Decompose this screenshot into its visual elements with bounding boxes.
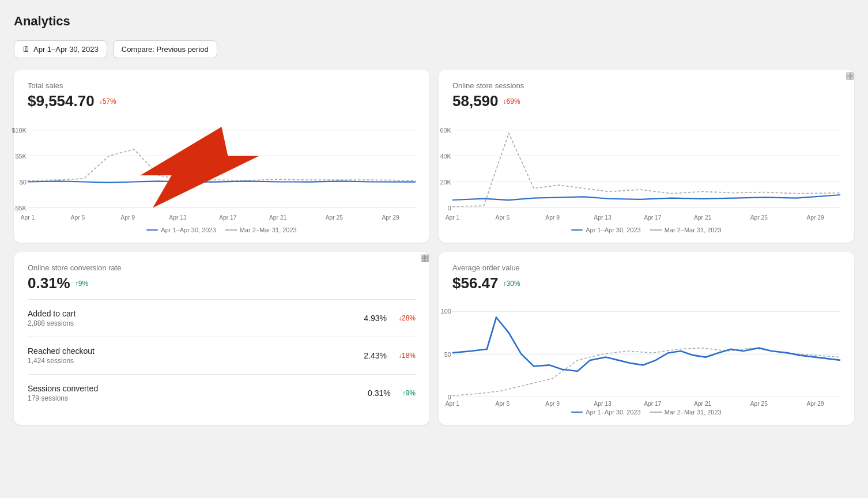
avg-legend-current: Apr 1–Apr 30, 2023 <box>571 409 640 416</box>
svg-text:Apr 21: Apr 21 <box>694 401 712 407</box>
total-sales-value: $9,554.70 ↓57% <box>28 92 416 110</box>
svg-marker-16 <box>140 127 259 208</box>
svg-text:Apr 29: Apr 29 <box>382 214 399 221</box>
svg-text:Apr 17: Apr 17 <box>644 401 662 407</box>
svg-text:Apr 13: Apr 13 <box>169 214 187 221</box>
conversion-rate-card: ▦ Online store conversion rate 0.31% ↑9%… <box>14 252 429 425</box>
conv-converted-change: ↑9% <box>402 389 416 397</box>
svg-text:Apr 1: Apr 1 <box>446 214 460 221</box>
conversion-value: 0.31% ↑9% <box>28 274 416 292</box>
svg-text:20K: 20K <box>440 179 452 186</box>
conv-checkout-sub: 1,424 sessions <box>28 357 95 365</box>
svg-text:Apr 13: Apr 13 <box>594 401 612 407</box>
svg-text:Apr 21: Apr 21 <box>694 214 712 221</box>
svg-text:Apr 5: Apr 5 <box>496 401 510 407</box>
page-title: Analytics <box>14 14 854 29</box>
conv-row-converted: Sessions converted 179 sessions 0.31% ↑9… <box>28 374 416 412</box>
avg-order-legend: Apr 1–Apr 30, 2023 Mar 2–Mar 31, 2023 <box>452 409 840 416</box>
svg-text:-$5K: -$5K <box>13 205 27 212</box>
svg-text:Apr 21: Apr 21 <box>269 214 287 221</box>
conv-row-cart: Added to cart 2,888 sessions 4.93% ↓28% <box>28 299 416 337</box>
conversion-badge: ↑9% <box>75 280 88 288</box>
total-sales-title: Total sales <box>28 81 416 90</box>
total-sales-legend: Apr 1–Apr 30, 2023 Mar 2–Mar 31, 2023 <box>28 227 416 233</box>
avg-order-value: $56.47 ↑30% <box>452 274 840 292</box>
svg-text:Apr 9: Apr 9 <box>120 214 135 221</box>
conv-converted-pct: 0.31% <box>368 388 391 398</box>
dashboard-grid: Total sales $9,554.70 ↓57% $10K $5K $0 -… <box>14 70 854 425</box>
legend-prev: Mar 2–Mar 31, 2023 <box>225 227 297 233</box>
conv-row-checkout: Reached checkout 1,424 sessions 2.43% ↓1… <box>28 337 416 374</box>
svg-text:40K: 40K <box>440 153 452 160</box>
svg-text:0: 0 <box>448 394 451 401</box>
svg-text:Apr 29: Apr 29 <box>806 214 824 221</box>
conversion-title: Online store conversion rate <box>28 263 416 272</box>
conv-checkout-change: ↓18% <box>398 352 416 360</box>
sessions-legend-prev: Mar 2–Mar 31, 2023 <box>650 227 722 233</box>
conv-cart-change: ↓28% <box>398 314 416 322</box>
date-range-button[interactable]: 🗓 Apr 1–Apr 30, 2023 <box>14 40 107 58</box>
svg-text:$10K: $10K <box>12 127 27 134</box>
total-sales-badge: ↓57% <box>99 97 116 105</box>
svg-text:$5K: $5K <box>16 153 27 160</box>
svg-text:Apr 5: Apr 5 <box>71 214 85 221</box>
total-sales-chart: $10K $5K $0 -$5K Apr 1 Apr 5 Apr 9 Apr 1… <box>28 117 416 221</box>
svg-text:0: 0 <box>448 205 451 212</box>
conv-checkout-label: Reached checkout <box>28 346 95 356</box>
svg-text:Apr 25: Apr 25 <box>750 401 768 407</box>
conv-cart-sub: 2,888 sessions <box>28 319 76 327</box>
svg-text:Apr 17: Apr 17 <box>644 214 662 221</box>
avg-order-card: Average order value $56.47 ↑30% 100 50 0… <box>439 252 854 425</box>
avg-order-badge: ↑30% <box>503 280 520 288</box>
svg-text:50: 50 <box>444 351 451 358</box>
online-sessions-card: Online store sessions ▦ 58,590 ↓69% 60K … <box>439 70 854 243</box>
date-range-label: Apr 1–Apr 30, 2023 <box>33 45 99 54</box>
conv-cart-pct: 4.93% <box>364 314 387 323</box>
avg-order-svg: 100 50 0 Apr 1 Apr 5 Apr 9 Apr 13 Apr 17… <box>452 299 840 403</box>
conv-converted-label: Sessions converted <box>28 384 98 393</box>
avg-legend-prev: Mar 2–Mar 31, 2023 <box>650 409 722 416</box>
total-sales-svg: $10K $5K $0 -$5K Apr 1 Apr 5 Apr 9 Apr 1… <box>28 117 416 221</box>
online-sessions-title: Online store sessions <box>452 81 840 90</box>
svg-text:Apr 9: Apr 9 <box>545 401 560 407</box>
toolbar: 🗓 Apr 1–Apr 30, 2023 Compare: Previous p… <box>14 40 854 58</box>
svg-text:Apr 25: Apr 25 <box>750 214 768 221</box>
conv-cart-label: Added to cart <box>28 309 76 318</box>
svg-text:Apr 1: Apr 1 <box>21 214 35 221</box>
avg-order-chart: 100 50 0 Apr 1 Apr 5 Apr 9 Apr 13 Apr 17… <box>452 299 840 403</box>
sessions-legend-current: Apr 1–Apr 30, 2023 <box>571 227 640 233</box>
online-sessions-value: 58,590 ↓69% <box>452 92 840 110</box>
svg-text:Apr 5: Apr 5 <box>496 214 510 221</box>
svg-text:Apr 1: Apr 1 <box>446 401 460 407</box>
avg-order-title: Average order value <box>452 263 840 272</box>
svg-text:60K: 60K <box>440 127 452 134</box>
svg-text:Apr 29: Apr 29 <box>806 401 824 407</box>
svg-text:Apr 13: Apr 13 <box>594 214 612 221</box>
svg-text:$0: $0 <box>20 179 27 186</box>
chart-bar-icon: ▦ <box>846 70 854 81</box>
online-sessions-svg: 60K 40K 20K 0 Apr 1 Apr 5 Apr 9 Apr 13 A… <box>452 117 840 221</box>
calendar-icon: 🗓 <box>22 45 30 54</box>
conv-converted-sub: 179 sessions <box>28 394 98 402</box>
compare-label: Compare: Previous period <box>122 45 209 54</box>
online-sessions-chart: 60K 40K 20K 0 Apr 1 Apr 5 Apr 9 Apr 13 A… <box>452 117 840 221</box>
compare-button[interactable]: Compare: Previous period <box>113 40 217 58</box>
legend-current: Apr 1–Apr 30, 2023 <box>146 227 216 233</box>
total-sales-card: Total sales $9,554.70 ↓57% $10K $5K $0 -… <box>14 70 429 243</box>
conv-checkout-pct: 2.43% <box>364 351 387 360</box>
svg-text:Apr 17: Apr 17 <box>219 214 237 221</box>
svg-text:100: 100 <box>441 308 451 315</box>
online-sessions-legend: Apr 1–Apr 30, 2023 Mar 2–Mar 31, 2023 <box>452 227 840 233</box>
svg-text:Apr 9: Apr 9 <box>545 214 560 221</box>
svg-text:Apr 25: Apr 25 <box>326 214 344 221</box>
conv-chart-icon: ▦ <box>421 252 429 263</box>
online-sessions-badge: ↓69% <box>503 97 520 105</box>
